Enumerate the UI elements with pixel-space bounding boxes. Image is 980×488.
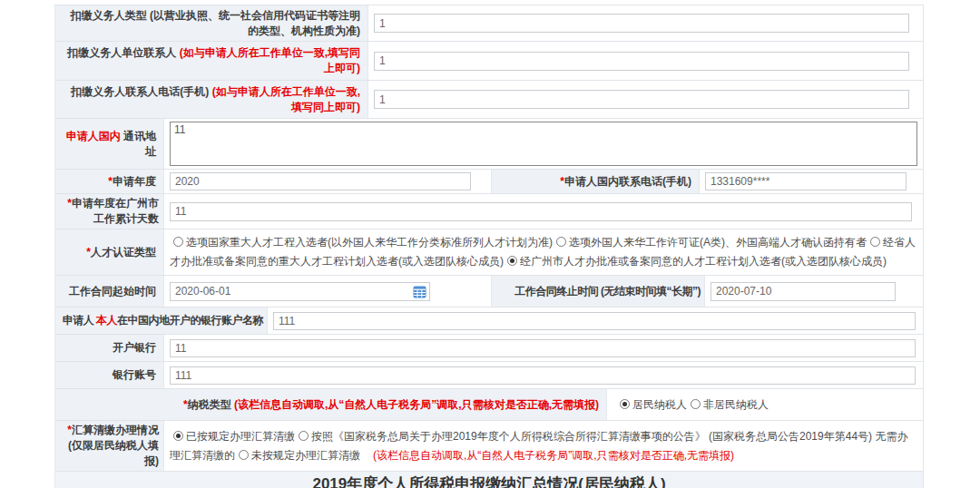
summary-title: 2019年度个人所得税申报缴纳汇总情况(居民纳税人) <box>55 475 923 488</box>
radio-option[interactable]: 选项国家重大人才工程入选者(以外国人来华工作分类标准所列人才计划为准) <box>170 236 553 249</box>
bank-account-name-input[interactable] <box>273 312 916 330</box>
row-bank-name: 开户银行 <box>55 335 923 362</box>
radio-option[interactable]: 非居民纳税人 <box>687 398 769 411</box>
contact-phone-field <box>368 81 923 118</box>
unit-contact-input[interactable] <box>374 52 909 71</box>
label-text: 扣缴义务人单位联系人 (如与申请人所在工作单位一致,填写同上即可) <box>63 45 360 76</box>
label-text: *人才认证类型 <box>86 245 156 260</box>
apply-year-label: *申请年度 <box>55 170 164 193</box>
radio-option[interactable]: 居民纳税人 <box>616 398 687 411</box>
withholding-type-field <box>368 5 923 41</box>
contract-end-field <box>705 276 923 307</box>
radio-option[interactable]: 未按规定办理汇算清缴 <box>235 449 360 462</box>
radio-unchecked-icon[interactable] <box>870 237 880 247</box>
apply-year-input[interactable] <box>170 172 471 190</box>
label-text: *申请年度 <box>108 174 156 190</box>
label-red: 申请人国内 <box>66 130 121 142</box>
domestic-phone-field <box>700 170 923 193</box>
withholding-type-input[interactable] <box>374 14 909 33</box>
bank-name-input[interactable] <box>170 339 916 357</box>
contract-start-label: 工作合同起始时间 <box>55 276 164 307</box>
talent-type-field: 选项国家重大人才工程入选者(以外国人来华工作分类标准所列人才计划为准)选项外国人… <box>164 229 923 275</box>
row-withholding-type: 扣缴义务人类型 (以营业执照、统一社会信用代码证书等注明的类型、机构性质为准) <box>55 5 923 42</box>
unit-contact-field <box>368 42 923 80</box>
apply-year-field <box>164 170 491 193</box>
radio-checked-icon[interactable] <box>173 431 183 441</box>
radio-checked-icon[interactable] <box>620 399 630 409</box>
contact-phone-label: 扣缴义务人联系人电话(手机) (如与申请人所在工作单位一致,填写同上即可) <box>55 81 368 118</box>
work-days-field <box>164 194 923 229</box>
row-apply-year: *申请年度 *申请人国内联系电话(手机) <box>55 170 923 194</box>
label-black: 汇算清缴办理情况 <box>72 424 159 436</box>
calendar-icon[interactable] <box>413 286 426 298</box>
label-text: 工作合同起始时间 <box>69 284 156 299</box>
settlement-options: 已按规定办理汇算清缴按照《国家税务总局关于办理2019年度个人所得税综合所得汇算… <box>170 425 917 467</box>
radio-unchecked-icon[interactable] <box>691 399 701 409</box>
work-days-label: *申请年度在广州市工作累计天数 <box>55 194 164 229</box>
label-text: *申请人国内联系电话(手机) <box>560 174 691 190</box>
label-text: 扣缴义务人类型 (以营业执照、统一社会信用代码证书等注明的类型、机构性质为准) <box>63 8 360 39</box>
label-text: 申请人国内 通讯地址 <box>63 129 156 160</box>
bank-account-input[interactable] <box>170 366 916 385</box>
label-black: 申请人 <box>63 314 96 327</box>
bank-account-field <box>164 362 923 388</box>
settlement-field: 已按规定办理汇算清缴按照《国家税务总局关于办理2019年度个人所得税综合所得汇算… <box>164 421 923 471</box>
radio-checked-icon[interactable] <box>507 256 517 266</box>
tax-application-form: 扣缴义务人类型 (以营业执照、统一社会信用代码证书等注明的类型、机构性质为准) … <box>54 5 924 488</box>
bank-name-label: 开户银行 <box>55 335 164 361</box>
bank-account-label: 银行账号 <box>55 362 164 388</box>
label-black: 申请年度 <box>113 175 156 188</box>
radio-option[interactable]: 已按规定办理汇算清缴 <box>170 430 295 443</box>
tax-type-radio-group: 居民纳税人非居民纳税人 <box>616 397 769 413</box>
label-text: 工作合同终止时间 (无结束时间填“长期”) <box>514 284 701 299</box>
label-red: 本人 <box>96 314 117 327</box>
contract-end-label: 工作合同终止时间 (无结束时间填“长期”) <box>491 276 705 307</box>
row-work-days: *申请年度在广州市工作累计天数 <box>55 194 923 229</box>
radio-unchecked-icon[interactable] <box>173 237 183 247</box>
radio-unchecked-icon[interactable] <box>239 450 249 460</box>
settlement-note-red: (该栏信息自动调取,从“自然人电子税务局”调取,只需核对是否正确,无需填报) <box>373 449 734 462</box>
radio-unchecked-icon[interactable] <box>556 237 566 247</box>
label-black: (仅限居民纳税人填报) <box>68 439 159 467</box>
row-contract-dates: 工作合同起始时间 工作合同终止时间 (无结束时间填“长期”) <box>55 276 923 307</box>
row-bank-account: 银行账号 <box>55 362 923 389</box>
domestic-phone-input[interactable] <box>705 172 906 190</box>
tax-type-field: 居民纳税人非居民纳税人 <box>607 389 923 420</box>
bank-name-field <box>164 335 923 361</box>
contract-start-field <box>164 276 491 307</box>
row-address: 申请人国内 通讯地址 11 <box>55 119 923 170</box>
radio-option[interactable]: 经广州市人才办批准或备案同意的人才工程计划入选者(或入选团队核心成员) <box>504 255 887 268</box>
work-days-input[interactable] <box>170 202 912 221</box>
label-black: 通讯地址 <box>121 130 156 158</box>
contract-end-input[interactable] <box>710 282 896 301</box>
label-note-red: (该栏信息自动调取,从“自然人电子税务局”调取,只需核对是否正确,无需填报) <box>234 398 599 411</box>
unit-contact-label: 扣缴义务人单位联系人 (如与申请人所在工作单位一致,填写同上即可) <box>55 42 368 80</box>
label-text: 申请人 本人在中国内地开户的银行账户名称 <box>63 313 263 328</box>
label-text: 开户银行 <box>113 340 156 356</box>
radio-option[interactable]: 选项外国人来华工作许可证(A类)、外国高端人才确认函持有者 <box>553 236 867 249</box>
settlement-label: *汇算清缴办理情况(仅限居民纳税人填报) <box>55 421 164 471</box>
bank-account-name-field <box>268 307 923 334</box>
talent-type-label: *人才认证类型 <box>55 229 164 275</box>
label-text: *纳税类型 (该栏信息自动调取,从“自然人电子税务局”调取,只需核对是否正确,无… <box>183 397 599 413</box>
label-note-red: (如与申请人所在工作单位一致,填写同上即可) <box>180 46 360 74</box>
bank-account-name-label: 申请人 本人在中国内地开户的银行账户名称 <box>55 307 268 334</box>
row-unit-contact: 扣缴义务人单位联系人 (如与申请人所在工作单位一致,填写同上即可) <box>55 42 923 81</box>
label-text: 银行账号 <box>113 367 156 383</box>
label-note-red: (如与申请人所在工作单位一致,填写同上即可) <box>212 85 360 113</box>
tax-type-label: *纳税类型 (该栏信息自动调取,从“自然人电子税务局”调取,只需核对是否正确,无… <box>55 389 607 420</box>
contract-start-input[interactable] <box>170 282 430 301</box>
talent-type-radio-group: 选项国家重大人才工程入选者(以外国人来华工作分类标准所列人才计划为准)选项外国人… <box>170 231 917 273</box>
address-textarea[interactable]: 11 <box>170 122 917 166</box>
row-tax-type: *纳税类型 (该栏信息自动调取,从“自然人电子税务局”调取,只需核对是否正确,无… <box>55 389 923 421</box>
label-text: 扣缴义务人联系人电话(手机) (如与申请人所在工作单位一致,填写同上即可) <box>63 84 360 115</box>
contact-phone-input[interactable] <box>374 90 909 109</box>
summary-header: 2019年度个人所得税申报缴纳汇总情况(居民纳税人) (以下纳税数据从“自然人电… <box>55 472 923 488</box>
withholding-type-label: 扣缴义务人类型 (以营业执照、统一社会信用代码证书等注明的类型、机构性质为准) <box>55 5 368 41</box>
label-black: 人才认证类型 <box>91 246 156 259</box>
row-talent-type: *人才认证类型 选项国家重大人才工程入选者(以外国人来华工作分类标准所列人才计划… <box>55 229 923 276</box>
label-text: *申请年度在广州市工作累计天数 <box>60 196 159 227</box>
radio-unchecked-icon[interactable] <box>299 431 309 441</box>
address-field: 11 <box>164 119 923 169</box>
row-contact-phone: 扣缴义务人联系人电话(手机) (如与申请人所在工作单位一致,填写同上即可) <box>55 81 923 119</box>
